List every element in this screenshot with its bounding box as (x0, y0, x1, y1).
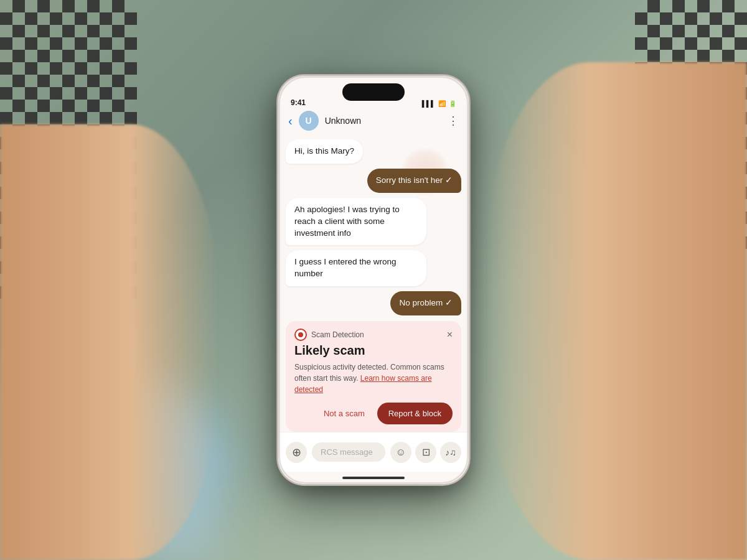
hand-left (0, 124, 218, 560)
not-scam-button[interactable]: Not a scam (316, 404, 372, 423)
scam-detection-icon (294, 329, 307, 341)
emoji-icon: ☺ (396, 447, 406, 458)
emoji-button[interactable]: ☺ (390, 442, 411, 463)
scam-close-button[interactable]: × (447, 330, 453, 340)
message-bubble-5: No problem ✓ (390, 291, 461, 315)
phone-device: 9:41 ▌▌▌ 📶 🔋 ‹ U Unknown ⋮ (277, 75, 470, 485)
report-block-button[interactable]: Report & block (377, 403, 453, 424)
message-input[interactable]: RCS message (312, 442, 385, 462)
input-bar: ⊕ RCS message ☺ ⊡ ♪♫ (278, 432, 469, 472)
scam-icon-dot (298, 332, 303, 337)
signal-icon: ▌▌▌ (422, 100, 435, 107)
phone-notch (342, 83, 405, 101)
back-button[interactable]: ‹ (288, 114, 293, 128)
phone-screen: 9:41 ▌▌▌ 📶 🔋 ‹ U Unknown ⋮ (278, 76, 469, 484)
scam-title: Likely scam (294, 343, 453, 358)
battery-icon: 🔋 (449, 100, 456, 107)
sticker-icon: ⊡ (422, 446, 430, 458)
status-time: 9:41 (291, 98, 306, 107)
voice-button[interactable]: ♪♫ (440, 442, 461, 463)
add-icon: ⊕ (292, 446, 301, 459)
scam-description: Suspicious activity detected. Common sca… (294, 362, 453, 395)
input-action-icons: ☺ ⊡ ♪♫ (390, 442, 461, 463)
input-placeholder: RCS message (321, 447, 373, 457)
contact-name: Unknown (325, 116, 441, 126)
message-bubble-3: Ah apologies! I was trying to reach a cl… (286, 198, 426, 246)
sticker-button[interactable]: ⊡ (415, 442, 436, 463)
add-attachment-button[interactable]: ⊕ (286, 442, 307, 463)
home-indicator (278, 472, 469, 484)
avatar-initial: U (306, 116, 312, 126)
scam-action-buttons: Not a scam Report & block (294, 403, 453, 424)
messages-area: Hi, is this Mary? Sorry this isn't her ✓… (278, 134, 469, 319)
contact-avatar: U (299, 111, 319, 131)
phone-wrapper: 9:41 ▌▌▌ 📶 🔋 ‹ U Unknown ⋮ (277, 75, 470, 485)
message-bubble-4: I guess I entered the wrong number (286, 250, 426, 286)
voice-icon: ♪♫ (445, 447, 456, 457)
message-bubble-1: Hi, is this Mary? (286, 139, 363, 164)
chat-header: ‹ U Unknown ⋮ (278, 107, 469, 134)
hand-right (486, 62, 747, 560)
more-button[interactable]: ⋮ (448, 114, 459, 128)
home-bar (342, 477, 405, 479)
scam-detection-label: Scam Detection (311, 330, 364, 339)
message-bubble-2: Sorry this isn't her ✓ (367, 169, 461, 193)
scam-detection-banner: Scam Detection × Likely scam Suspicious … (286, 321, 461, 432)
scam-header-left: Scam Detection (294, 329, 364, 341)
status-icons: ▌▌▌ 📶 🔋 (422, 100, 456, 107)
scam-banner-header: Scam Detection × (294, 329, 453, 341)
wifi-icon: 📶 (438, 100, 446, 107)
